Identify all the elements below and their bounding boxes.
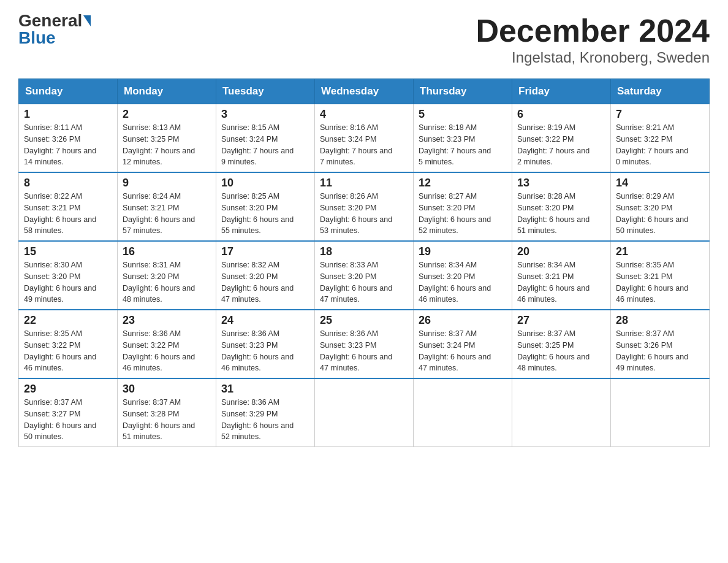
day-info: Sunrise: 8:34 AM Sunset: 3:21 PM Dayligh… (517, 259, 605, 305)
day-info: Sunrise: 8:11 AM Sunset: 3:26 PM Dayligh… (24, 122, 112, 168)
day-number: 12 (419, 177, 507, 190)
table-row: 26 Sunrise: 8:37 AM Sunset: 3:24 PM Dayl… (414, 310, 512, 378)
table-row (315, 378, 414, 447)
day-info: Sunrise: 8:33 AM Sunset: 3:20 PM Dayligh… (320, 259, 408, 305)
table-row: 21 Sunrise: 8:35 AM Sunset: 3:21 PM Dayl… (611, 241, 710, 310)
table-row: 30 Sunrise: 8:37 AM Sunset: 3:28 PM Dayl… (118, 378, 216, 447)
day-number: 3 (221, 108, 309, 121)
day-number: 17 (221, 245, 309, 258)
day-info: Sunrise: 8:34 AM Sunset: 3:20 PM Dayligh… (419, 259, 507, 305)
table-row: 15 Sunrise: 8:30 AM Sunset: 3:20 PM Dayl… (19, 241, 118, 310)
day-number: 18 (320, 245, 408, 258)
day-info: Sunrise: 8:24 AM Sunset: 3:21 PM Dayligh… (123, 191, 211, 237)
table-row: 5 Sunrise: 8:18 AM Sunset: 3:23 PM Dayli… (414, 104, 512, 173)
day-info: Sunrise: 8:28 AM Sunset: 3:20 PM Dayligh… (517, 191, 605, 237)
table-row: 1 Sunrise: 8:11 AM Sunset: 3:26 PM Dayli… (19, 104, 118, 173)
day-info: Sunrise: 8:27 AM Sunset: 3:20 PM Dayligh… (419, 191, 507, 237)
calendar-week-5: 29 Sunrise: 8:37 AM Sunset: 3:27 PM Dayl… (19, 378, 710, 447)
day-number: 11 (320, 177, 408, 190)
header-wednesday: Wednesday (315, 79, 414, 104)
day-number: 5 (419, 108, 507, 121)
header-friday: Friday (512, 79, 611, 104)
day-number: 13 (517, 177, 605, 190)
day-info: Sunrise: 8:36 AM Sunset: 3:23 PM Dayligh… (221, 328, 309, 374)
page-header: General Blue December 2024 Ingelstad, Kr… (18, 12, 710, 66)
day-number: 21 (616, 245, 704, 258)
table-row: 13 Sunrise: 8:28 AM Sunset: 3:20 PM Dayl… (512, 172, 611, 241)
calendar-week-1: 1 Sunrise: 8:11 AM Sunset: 3:26 PM Dayli… (19, 104, 710, 173)
day-info: Sunrise: 8:25 AM Sunset: 3:20 PM Dayligh… (221, 191, 309, 237)
table-row: 17 Sunrise: 8:32 AM Sunset: 3:20 PM Dayl… (216, 241, 315, 310)
day-number: 4 (320, 108, 408, 121)
calendar-header-row: Sunday Monday Tuesday Wednesday Thursday… (19, 79, 710, 104)
table-row: 24 Sunrise: 8:36 AM Sunset: 3:23 PM Dayl… (216, 310, 315, 378)
table-row: 8 Sunrise: 8:22 AM Sunset: 3:21 PM Dayli… (19, 172, 118, 241)
table-row: 2 Sunrise: 8:13 AM Sunset: 3:25 PM Dayli… (118, 104, 216, 173)
day-info: Sunrise: 8:26 AM Sunset: 3:20 PM Dayligh… (320, 191, 408, 237)
day-number: 29 (24, 383, 112, 396)
header-thursday: Thursday (414, 79, 512, 104)
day-info: Sunrise: 8:13 AM Sunset: 3:25 PM Dayligh… (123, 122, 211, 168)
day-info: Sunrise: 8:35 AM Sunset: 3:22 PM Dayligh… (24, 328, 112, 374)
header-sunday: Sunday (19, 79, 118, 104)
day-info: Sunrise: 8:37 AM Sunset: 3:25 PM Dayligh… (517, 328, 605, 374)
day-info: Sunrise: 8:30 AM Sunset: 3:20 PM Dayligh… (24, 259, 112, 305)
day-number: 26 (419, 314, 507, 327)
table-row: 10 Sunrise: 8:25 AM Sunset: 3:20 PM Dayl… (216, 172, 315, 241)
day-info: Sunrise: 8:19 AM Sunset: 3:22 PM Dayligh… (517, 122, 605, 168)
logo-general: General (18, 12, 82, 29)
day-info: Sunrise: 8:37 AM Sunset: 3:24 PM Dayligh… (419, 328, 507, 374)
table-row: 14 Sunrise: 8:29 AM Sunset: 3:20 PM Dayl… (611, 172, 710, 241)
calendar-week-3: 15 Sunrise: 8:30 AM Sunset: 3:20 PM Dayl… (19, 241, 710, 310)
table-row: 4 Sunrise: 8:16 AM Sunset: 3:24 PM Dayli… (315, 104, 414, 173)
day-info: Sunrise: 8:15 AM Sunset: 3:24 PM Dayligh… (221, 122, 309, 168)
day-number: 20 (517, 245, 605, 258)
table-row: 7 Sunrise: 8:21 AM Sunset: 3:22 PM Dayli… (611, 104, 710, 173)
table-row: 25 Sunrise: 8:36 AM Sunset: 3:23 PM Dayl… (315, 310, 414, 378)
logo-blue: Blue (18, 29, 56, 47)
day-number: 1 (24, 108, 112, 121)
calendar-title: December 2024 (476, 12, 710, 49)
day-info: Sunrise: 8:37 AM Sunset: 3:28 PM Dayligh… (123, 397, 211, 443)
day-number: 25 (320, 314, 408, 327)
day-info: Sunrise: 8:35 AM Sunset: 3:21 PM Dayligh… (616, 259, 704, 305)
day-number: 7 (616, 108, 704, 121)
day-info: Sunrise: 8:29 AM Sunset: 3:20 PM Dayligh… (616, 191, 704, 237)
table-row: 18 Sunrise: 8:33 AM Sunset: 3:20 PM Dayl… (315, 241, 414, 310)
day-number: 22 (24, 314, 112, 327)
day-info: Sunrise: 8:37 AM Sunset: 3:27 PM Dayligh… (24, 397, 112, 443)
table-row: 31 Sunrise: 8:36 AM Sunset: 3:29 PM Dayl… (216, 378, 315, 447)
day-info: Sunrise: 8:16 AM Sunset: 3:24 PM Dayligh… (320, 122, 408, 168)
day-info: Sunrise: 8:31 AM Sunset: 3:20 PM Dayligh… (123, 259, 211, 305)
table-row: 3 Sunrise: 8:15 AM Sunset: 3:24 PM Dayli… (216, 104, 315, 173)
day-number: 28 (616, 314, 704, 327)
table-row (414, 378, 512, 447)
day-number: 9 (123, 177, 211, 190)
day-info: Sunrise: 8:36 AM Sunset: 3:22 PM Dayligh… (123, 328, 211, 374)
logo-triangle-icon (83, 15, 91, 26)
day-number: 2 (123, 108, 211, 121)
day-info: Sunrise: 8:36 AM Sunset: 3:29 PM Dayligh… (221, 397, 309, 443)
header-saturday: Saturday (611, 79, 710, 104)
table-row (611, 378, 710, 447)
table-row: 11 Sunrise: 8:26 AM Sunset: 3:20 PM Dayl… (315, 172, 414, 241)
table-row: 12 Sunrise: 8:27 AM Sunset: 3:20 PM Dayl… (414, 172, 512, 241)
calendar-table: Sunday Monday Tuesday Wednesday Thursday… (18, 79, 710, 447)
header-monday: Monday (118, 79, 216, 104)
day-number: 15 (24, 245, 112, 258)
table-row: 16 Sunrise: 8:31 AM Sunset: 3:20 PM Dayl… (118, 241, 216, 310)
calendar-subtitle: Ingelstad, Kronoberg, Sweden (476, 49, 710, 66)
day-number: 8 (24, 177, 112, 190)
title-area: December 2024 Ingelstad, Kronoberg, Swed… (476, 12, 710, 66)
table-row: 19 Sunrise: 8:34 AM Sunset: 3:20 PM Dayl… (414, 241, 512, 310)
calendar-week-2: 8 Sunrise: 8:22 AM Sunset: 3:21 PM Dayli… (19, 172, 710, 241)
table-row: 20 Sunrise: 8:34 AM Sunset: 3:21 PM Dayl… (512, 241, 611, 310)
day-number: 23 (123, 314, 211, 327)
table-row: 23 Sunrise: 8:36 AM Sunset: 3:22 PM Dayl… (118, 310, 216, 378)
day-number: 14 (616, 177, 704, 190)
table-row (512, 378, 611, 447)
logo: General Blue (18, 12, 91, 47)
calendar-week-4: 22 Sunrise: 8:35 AM Sunset: 3:22 PM Dayl… (19, 310, 710, 378)
day-info: Sunrise: 8:18 AM Sunset: 3:23 PM Dayligh… (419, 122, 507, 168)
day-number: 27 (517, 314, 605, 327)
